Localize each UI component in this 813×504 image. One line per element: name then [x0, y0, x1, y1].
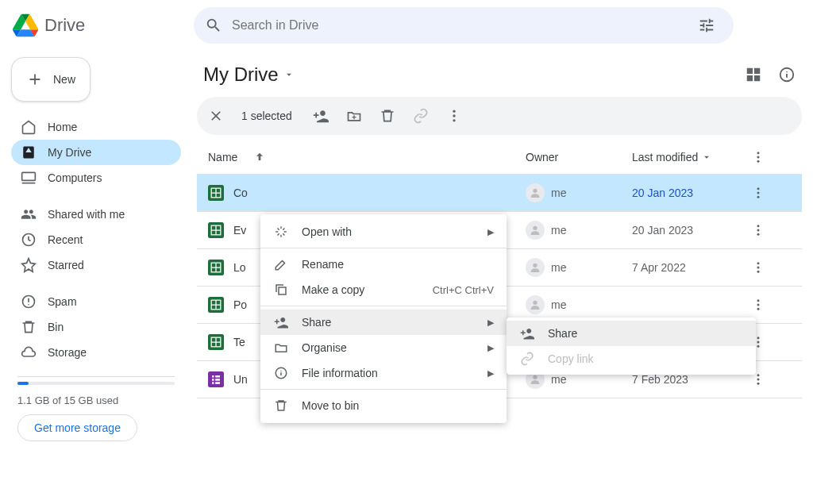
file-owner: me [551, 373, 566, 386]
share-icon [273, 314, 289, 330]
link-icon [519, 351, 535, 367]
storage-bar-fill [17, 382, 29, 385]
svg-point-49 [757, 379, 760, 381]
file-name: Te [233, 336, 245, 348]
dropdown-icon [283, 69, 295, 80]
menu-make-copy[interactable]: Make a copy Ctrl+C Ctrl+V [260, 277, 507, 302]
file-owner: me [551, 224, 566, 237]
svg-point-14 [757, 192, 760, 194]
plus-icon [26, 70, 44, 89]
menu-rename[interactable]: Rename [260, 252, 507, 277]
svg-point-12 [533, 189, 537, 193]
row-more-button[interactable] [751, 186, 791, 200]
sidebar-item-recent[interactable]: Recent [11, 227, 181, 252]
sidebar-item-spam[interactable]: Spam [11, 289, 181, 314]
copy-icon [273, 282, 289, 298]
new-button[interactable]: New [11, 57, 91, 102]
sidebar-item-my-drive[interactable]: My Drive [11, 140, 181, 165]
row-more-button[interactable] [751, 335, 791, 349]
file-owner: me [551, 261, 566, 274]
column-options-button[interactable] [751, 150, 765, 164]
tune-icon [698, 17, 715, 34]
sidebar: New Home My Drive Computers Shared with … [0, 51, 191, 504]
storage-usage-text: 1.1 GB of 15 GB used [11, 390, 181, 414]
sidebar-item-bin[interactable]: Bin [11, 314, 181, 340]
svg-point-25 [757, 262, 760, 264]
home-icon [21, 119, 37, 135]
file-name: Co [233, 187, 248, 199]
svg-point-37 [757, 337, 760, 339]
svg-point-47 [533, 375, 537, 379]
chevron-right-icon: ▶ [487, 227, 494, 237]
file-owner: me [551, 298, 566, 311]
submenu-share[interactable]: Share [507, 321, 756, 346]
svg-rect-0 [22, 172, 36, 180]
file-owner: me [551, 187, 566, 199]
chevron-right-icon: ▶ [487, 317, 494, 328]
row-more-button[interactable] [751, 372, 791, 387]
svg-point-15 [757, 196, 760, 198]
logo-area[interactable]: Drive [13, 13, 187, 38]
chevron-right-icon: ▶ [487, 343, 494, 353]
svg-point-39 [757, 345, 760, 348]
file-row[interactable]: Come20 Jan 2023 [197, 175, 802, 212]
search-options-button[interactable] [691, 10, 722, 41]
share-submenu: Share Copy link [507, 317, 756, 375]
share-icon [519, 325, 535, 341]
menu-open-with[interactable]: Open with ▶ [260, 219, 507, 244]
avatar [526, 221, 545, 240]
get-more-storage-button[interactable]: Get more storage [17, 414, 137, 441]
sidebar-item-shared[interactable]: Shared with me [11, 202, 181, 227]
svg-point-18 [533, 226, 537, 230]
column-owner[interactable]: Owner [526, 151, 558, 164]
more-options-button[interactable] [446, 108, 462, 124]
file-type-icon [208, 260, 224, 275]
grid-view-button[interactable] [745, 66, 762, 83]
share-button[interactable] [313, 108, 329, 124]
sidebar-item-storage[interactable]: Storage [11, 340, 181, 365]
column-modified[interactable]: Last modified [632, 151, 698, 164]
storage-bar [17, 382, 175, 385]
file-name: Po [233, 298, 247, 311]
main-content: My Drive 1 selected Name Owner [191, 51, 813, 504]
row-more-button[interactable] [751, 260, 791, 275]
spam-icon [21, 294, 37, 310]
svg-point-48 [757, 374, 760, 376]
svg-point-30 [533, 301, 537, 305]
sidebar-item-starred[interactable]: Starred [11, 252, 181, 278]
row-more-button[interactable] [751, 298, 791, 312]
menu-share[interactable]: Share ▶ [260, 310, 507, 335]
column-name[interactable]: Name [208, 151, 237, 164]
delete-button[interactable] [380, 108, 395, 124]
sidebar-item-computers[interactable]: Computers [11, 165, 181, 190]
file-name: Un [233, 373, 248, 386]
breadcrumb[interactable]: My Drive [203, 63, 295, 86]
move-button[interactable] [346, 108, 362, 124]
dropdown-icon [701, 152, 712, 163]
file-type-icon [208, 371, 224, 387]
file-modified: 7 Apr 2022 [632, 261, 751, 274]
svg-point-9 [757, 160, 760, 162]
menu-organise[interactable]: Organise ▶ [260, 335, 507, 360]
file-modified: 20 Jan 2023 [632, 224, 751, 237]
storage-icon [21, 344, 37, 360]
search-input[interactable] [232, 18, 681, 33]
svg-point-31 [757, 299, 760, 302]
close-selection-button[interactable] [208, 108, 224, 124]
sort-arrow-icon[interactable] [253, 151, 266, 164]
sidebar-item-home[interactable]: Home [11, 114, 181, 140]
row-more-button[interactable] [751, 223, 791, 237]
search-bar[interactable] [194, 7, 734, 44]
folder-icon [273, 340, 289, 356]
svg-point-26 [757, 267, 760, 269]
info-button[interactable] [778, 66, 796, 83]
svg-point-19 [757, 225, 760, 227]
copy-link-button[interactable] [413, 108, 429, 124]
menu-move-to-bin[interactable]: Move to bin [260, 393, 507, 418]
menu-file-info[interactable]: File information ▶ [260, 360, 507, 386]
shared-icon [21, 206, 37, 222]
file-name: Ev [233, 224, 246, 237]
context-menu: Open with ▶ Rename Make a copy Ctrl+C Ct… [260, 214, 507, 423]
file-type-icon [208, 297, 224, 313]
svg-point-7 [757, 152, 760, 154]
